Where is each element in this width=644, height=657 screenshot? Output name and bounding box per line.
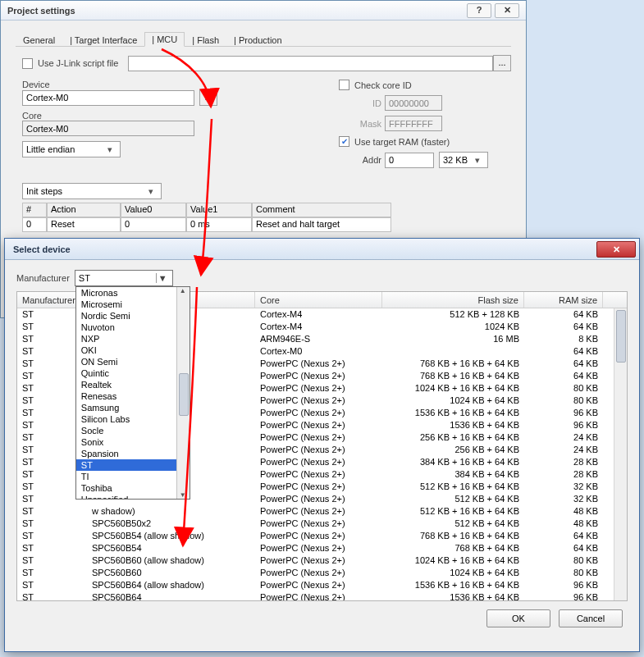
endian-combo[interactable]: Little endian ▾ (22, 141, 121, 157)
tab-flash[interactable]: | Flash (185, 33, 226, 47)
tab-general[interactable]: General (16, 33, 62, 47)
ok-button[interactable]: OK (486, 609, 550, 627)
init-steps-row[interactable]: 0Reset00 msReset and halt target (22, 217, 511, 232)
device-row[interactable]: STw shadow)PowerPC (Nexus 2+)512 KB + 16… (17, 505, 614, 518)
device-cell-flash: 1024 KB (382, 321, 524, 333)
ram-size-value: 32 KB (443, 155, 468, 165)
device-cell-mfr: ST (17, 505, 87, 518)
device-cell-flash: 1024 KB + 16 KB + 64 KB (382, 382, 524, 395)
dropdown-item[interactable]: Nuvoton (76, 322, 176, 333)
tab-target-interface[interactable]: | Target Interface (62, 33, 144, 47)
dropdown-item[interactable]: Samsung (76, 402, 176, 413)
grid-header-cell[interactable]: # (22, 203, 47, 217)
tab-mcu[interactable]: | MCU (144, 32, 185, 47)
scroll-up-icon[interactable]: ▲ (180, 287, 186, 294)
device-cell-flash (382, 345, 524, 358)
dropdown-item[interactable]: Quintic (76, 367, 176, 379)
select-device-dialog: Select device ✕ Manufacturer ST ▼ Micron… (4, 238, 640, 652)
dropdown-item[interactable]: Socle (76, 425, 176, 436)
grid-header-cell[interactable]: Value1 (186, 203, 252, 217)
tab-bar: General| Target Interface| MCU| Flash| P… (16, 29, 511, 47)
device-cell-core: PowerPC (Nexus 2+) (255, 579, 382, 591)
device-cell-flash: 1536 KB + 64 KB (382, 419, 524, 431)
addr-field[interactable]: 0 (385, 153, 434, 168)
device-browse-button[interactable]: ... (199, 89, 217, 106)
grid-header-cell[interactable]: Action (47, 203, 121, 217)
device-cell-flash: 384 KB + 16 KB + 64 KB (382, 456, 524, 468)
help-button[interactable]: ? (467, 3, 491, 18)
device-cell-ram: 64 KB (524, 358, 603, 370)
device-cell-flash: 768 KB + 16 KB + 64 KB (382, 530, 524, 542)
col-ram[interactable]: RAM size (524, 292, 603, 308)
device-row[interactable]: STSPC560B50x2PowerPC (Nexus 2+)512 KB + … (17, 518, 614, 530)
grid-scrollbar[interactable] (614, 308, 627, 600)
dropdown-item[interactable]: ST (76, 459, 176, 471)
device-row[interactable]: STSPC560B64PowerPC (Nexus 2+)1536 KB + 6… (17, 591, 614, 600)
dropdown-item[interactable]: Renesas (76, 390, 176, 402)
dropdown-item[interactable]: Silicon Labs (76, 413, 176, 425)
col-core[interactable]: Core (255, 292, 382, 308)
check-core-id-checkbox[interactable] (339, 80, 349, 90)
mask-label: Mask (355, 119, 381, 129)
dropdown-item[interactable]: Realtek (76, 379, 176, 390)
device-row[interactable]: STSPC560B54 (allow shadow)PowerPC (Nexus… (17, 530, 614, 542)
grid-header-cell[interactable]: Value0 (121, 203, 186, 217)
device-row[interactable]: STSPC560B64 (allow shadow)PowerPC (Nexus… (17, 579, 614, 591)
device-cell-flash: 1536 KB + 16 KB + 64 KB (382, 579, 524, 591)
project-settings-titlebar[interactable]: Project settings ? ✕ (1, 1, 526, 21)
device-cell-ram: 80 KB (524, 567, 603, 579)
chevron-down-icon: ▾ (103, 144, 116, 155)
dropdown-item[interactable]: Micronas (76, 287, 176, 299)
core-field: Cortex-M0 (22, 121, 194, 136)
scroll-thumb[interactable] (616, 310, 626, 363)
manufacturer-label: Manufacturer (16, 273, 70, 283)
col-flash[interactable]: Flash size (382, 292, 524, 308)
init-steps-combo[interactable]: Init steps ▾ (22, 183, 162, 199)
dropdown-item[interactable]: Microsemi (76, 299, 176, 310)
chevron-down-icon: ▾ (471, 155, 484, 166)
device-cell-flash: 768 KB + 16 KB + 64 KB (382, 370, 524, 382)
core-id-label: ID (355, 98, 381, 108)
dropdown-item[interactable]: ON Semi (76, 356, 176, 367)
device-cell-flash: 16 MB (382, 333, 524, 345)
core-id-field: 00000000 (385, 95, 442, 111)
device-cell-core: Cortex-M4 (255, 308, 382, 321)
dropdown-item[interactable]: Toshiba (76, 482, 176, 494)
device-label: Device (22, 80, 314, 89)
dropdown-item[interactable]: NXP (76, 333, 176, 344)
scroll-down-icon[interactable]: ▼ (180, 491, 186, 499)
device-row[interactable]: STSPC560B60 (allow shadow)PowerPC (Nexus… (17, 554, 614, 567)
device-cell-core: PowerPC (Nexus 2+) (255, 431, 382, 444)
use-script-checkbox[interactable] (22, 58, 33, 69)
device-row[interactable]: STSPC560B54PowerPC (Nexus 2+)768 KB + 64… (17, 542, 614, 554)
endian-value: Little endian (26, 144, 75, 154)
dropdown-item[interactable]: OKI (76, 344, 176, 356)
script-browse-button[interactable]: ... (493, 55, 511, 71)
device-field[interactable]: Cortex-M0 (22, 90, 194, 106)
device-cell-ram: 64 KB (524, 345, 603, 358)
manufacturer-combo[interactable]: ST ▼ MicronasMicrosemiNordic SemiNuvoton… (75, 270, 173, 286)
device-cell-flash: 384 KB + 64 KB (382, 468, 524, 481)
dropdown-item[interactable]: TI (76, 471, 176, 482)
script-path-field[interactable] (128, 56, 493, 71)
scroll-thumb[interactable] (179, 373, 189, 416)
device-cell-flash: 512 KB + 16 KB + 64 KB (382, 505, 524, 518)
use-ram-checkbox[interactable] (339, 136, 349, 147)
device-cell-mfr: ST (17, 554, 87, 567)
dropdown-item[interactable]: Sonix (76, 436, 176, 448)
dropdown-item[interactable]: Unspecified (76, 494, 176, 499)
cancel-button[interactable]: Cancel (559, 609, 623, 627)
ram-size-combo[interactable]: 32 KB ▾ (439, 152, 488, 168)
select-device-titlebar[interactable]: Select device ✕ (5, 239, 639, 260)
device-cell-ram: 24 KB (524, 431, 603, 444)
dropdown-item[interactable]: Spansion (76, 448, 176, 459)
tab-production[interactable]: | Production (226, 33, 290, 47)
grid-header-cell[interactable]: Comment (252, 203, 391, 217)
addr-label: Addr (355, 155, 381, 165)
dropdown-item[interactable]: Nordic Semi (76, 310, 176, 322)
close-button[interactable]: ✕ (495, 3, 519, 18)
device-row[interactable]: STSPC560B60PowerPC (Nexus 2+)1024 KB + 6… (17, 567, 614, 579)
device-cell-mfr: ST (17, 591, 87, 600)
dropdown-scrollbar[interactable]: ▲ ▼ (176, 287, 190, 499)
close-button[interactable]: ✕ (596, 241, 636, 258)
